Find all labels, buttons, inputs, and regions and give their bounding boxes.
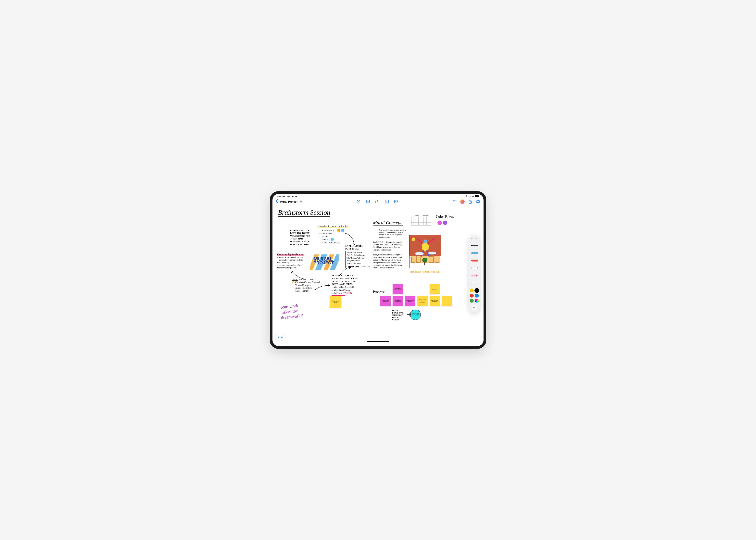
back-button[interactable] bbox=[275, 199, 278, 204]
sticky-round1[interactable]: 1st round w/ different directions bbox=[417, 296, 428, 306]
undo-icon[interactable] bbox=[452, 200, 457, 204]
sticky-siteinfo[interactable]: Site specific information bbox=[392, 296, 403, 306]
multitask-indicator[interactable] bbox=[376, 196, 380, 196]
cursive-note-2: Yeah, what should the prompt be? How abo… bbox=[373, 253, 404, 269]
palette-swatch-magenta bbox=[437, 220, 442, 225]
svg-point-17 bbox=[423, 239, 427, 243]
image-icon[interactable] bbox=[394, 200, 398, 204]
typed-note: This needs to be a project about a sense… bbox=[379, 229, 406, 238]
app-toolbar: Mural Project A bbox=[272, 198, 484, 205]
svg-rect-24 bbox=[424, 262, 425, 265]
sticky-research[interactable]: Reasearch Local ecologies bbox=[392, 284, 403, 294]
fist-emoji-orange: ✊ bbox=[337, 228, 341, 232]
marker-tool[interactable] bbox=[470, 250, 478, 256]
site-details-label: site details / dimensions 30ft bbox=[410, 270, 440, 273]
status-bar: 9:41 AM Tue Oct 18 100% bbox=[272, 194, 484, 198]
svg-rect-37 bbox=[472, 252, 478, 254]
svg-rect-0 bbox=[475, 195, 479, 197]
battery-icon bbox=[475, 195, 479, 198]
freeform-canvas[interactable]: Brainstorm Session COMPENSATION LET'S TR… bbox=[272, 205, 484, 343]
compose-icon[interactable] bbox=[476, 200, 481, 204]
color-palette-label: Color Palette bbox=[436, 215, 454, 219]
svg-rect-39 bbox=[472, 267, 477, 269]
heading-brainstorm: Brainstorm Session bbox=[278, 209, 330, 216]
zoom-level-badge[interactable]: 32% bbox=[275, 335, 285, 340]
shapes-icon[interactable] bbox=[375, 200, 379, 204]
ruler-tool[interactable] bbox=[470, 280, 478, 286]
sticky-assigned-neha[interactable]: Assigned to Neha bbox=[330, 296, 341, 308]
status-time: 9:41 AM bbox=[277, 196, 285, 198]
susan-permit-note: SUSAN, DO WE HAVE THE PERMIT PAPER- WORK… bbox=[392, 310, 409, 321]
ipad-screen: 9:41 AM Tue Oct 18 100% bbox=[272, 194, 484, 346]
sticky-history[interactable]: Neighborhood history bbox=[405, 296, 415, 306]
sticky-continue[interactable] bbox=[442, 296, 452, 306]
svg-point-25 bbox=[415, 252, 424, 255]
sticky-sketches[interactable]: Sketches bbox=[430, 284, 440, 294]
sticky-round2[interactable]: 2nd round w/ revisions bbox=[430, 296, 440, 306]
pen-tool[interactable] bbox=[470, 243, 478, 248]
cursive-note-1: Yes! 100%! — thinking we might partner w… bbox=[373, 241, 403, 251]
battery-percent: 100% bbox=[469, 196, 474, 198]
color-blue[interactable] bbox=[475, 294, 479, 298]
svg-rect-40 bbox=[477, 267, 478, 269]
svg-point-12 bbox=[395, 201, 396, 202]
color-red[interactable] bbox=[470, 294, 474, 298]
neha-block: NEHA WILL MAKE A SOCIAL MEDIA ACCT. TO D… bbox=[332, 274, 361, 296]
sticky-note-icon[interactable] bbox=[366, 200, 370, 204]
color-green[interactable] bbox=[470, 299, 474, 303]
palette-redo-icon[interactable]: ↷ bbox=[475, 237, 477, 240]
compensation-block: COMPENSATION LET'S TRY TO PAY VOLUNTEERS… bbox=[290, 229, 312, 246]
highlight-block: what should the art highlight? — Communi… bbox=[318, 225, 349, 244]
sticky-paint-final[interactable]: Paint the final mural art on location! bbox=[410, 310, 420, 320]
heading-mural-concepts: Mural Concepts bbox=[373, 220, 403, 225]
eraser-tool[interactable] bbox=[470, 273, 478, 278]
svg-rect-1 bbox=[479, 196, 479, 197]
fill-tool[interactable] bbox=[470, 265, 478, 271]
palette-swatch-purple bbox=[443, 220, 447, 225]
svg-rect-41 bbox=[471, 268, 472, 268]
palette-more-icon[interactable]: ••• bbox=[472, 305, 477, 310]
crayon-tool[interactable] bbox=[470, 258, 478, 263]
svg-rect-38 bbox=[472, 260, 478, 262]
title-menu-chevron-icon[interactable] bbox=[299, 200, 303, 203]
ipad-device-frame: 9:41 AM Tue Oct 18 100% bbox=[270, 191, 486, 349]
pen-tool-icon[interactable] bbox=[356, 200, 361, 204]
wifi-icon bbox=[465, 196, 468, 198]
teamwork-quote: Teamwork makes the dreamwork!! bbox=[279, 303, 304, 321]
palette-color-grid bbox=[470, 289, 479, 303]
sticky-interview[interactable]: Interview local residents bbox=[380, 296, 390, 306]
palette-undo-icon[interactable]: ↶ bbox=[471, 237, 474, 240]
community-block: Community Activation – ask local residen… bbox=[277, 252, 307, 269]
share-icon[interactable] bbox=[468, 200, 473, 204]
home-indicator[interactable] bbox=[367, 341, 389, 342]
status-date: Tue Oct 18 bbox=[286, 196, 297, 198]
collaborator-avatar[interactable] bbox=[460, 200, 465, 204]
svg-rect-43 bbox=[476, 275, 478, 277]
building-sketch bbox=[410, 214, 432, 227]
social-block: SOCIAL MEDIA POST IDEAS Proposed Artwork… bbox=[345, 245, 371, 268]
mural-logo: MURAL PROJECT bbox=[313, 256, 334, 265]
svg-point-8 bbox=[377, 200, 379, 202]
drawing-tool-palette: ↶ ↷ bbox=[469, 235, 480, 313]
color-picker-icon[interactable] bbox=[475, 299, 479, 303]
color-black[interactable] bbox=[475, 289, 479, 293]
document-title[interactable]: Mural Project bbox=[280, 200, 297, 203]
svg-point-23 bbox=[422, 258, 427, 263]
svg-point-26 bbox=[428, 252, 436, 254]
mural-artwork bbox=[409, 235, 441, 268]
svg-point-15 bbox=[412, 237, 415, 241]
fist-emoji-blue: ✊ bbox=[341, 228, 345, 232]
text-box-icon[interactable]: A bbox=[385, 200, 389, 204]
team-block: Team: Michael – Lead ⏻ Carson – Comm. Ou… bbox=[292, 278, 326, 292]
color-yellow[interactable] bbox=[470, 289, 474, 293]
process-heading: Process: bbox=[373, 290, 385, 294]
svg-text:A: A bbox=[386, 201, 388, 203]
